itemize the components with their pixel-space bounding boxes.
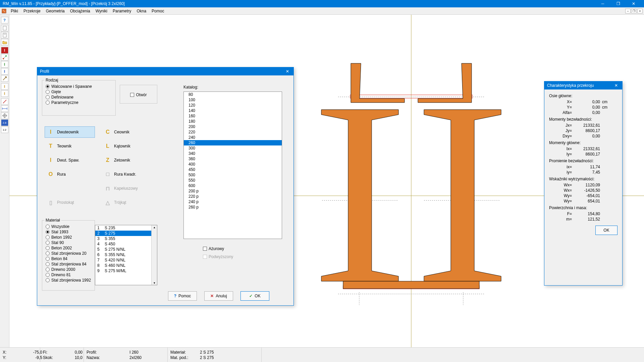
- shape-ktownik[interactable]: LKątownik: [102, 140, 152, 152]
- material-item[interactable]: 2S 275: [95, 231, 157, 236]
- menu-geometria[interactable]: Geometria: [43, 8, 67, 14]
- tool-arrow[interactable]: [1, 75, 8, 82]
- material-option[interactable]: Beton 84: [46, 256, 91, 261]
- mdi-restore-button[interactable]: ❐: [631, 9, 637, 13]
- shape-rurakwadr[interactable]: □Rura Kwadr.: [102, 169, 152, 180]
- material-item[interactable]: 6S 355 N/NL: [95, 252, 157, 257]
- mdi-minimize-button[interactable]: –: [625, 9, 631, 13]
- ok-button[interactable]: ✓OK: [240, 291, 269, 301]
- material-listbox[interactable]: 1S 2352S 2753S 3554S 4505S 275 N/NL6S 35…: [95, 225, 157, 285]
- material-option[interactable]: Stal zbrojeniowa 1992: [46, 278, 91, 283]
- maximize-button[interactable]: ❐: [610, 0, 626, 7]
- material-item[interactable]: 7S 420 N/NL: [95, 257, 157, 263]
- tool-beam-gold[interactable]: I: [1, 83, 8, 90]
- material-item[interactable]: 4S 450: [95, 241, 157, 247]
- material-option[interactable]: Stal 90: [46, 240, 91, 245]
- katalog-item[interactable]: 600: [184, 183, 282, 188]
- tool-beam-green[interactable]: I: [1, 61, 8, 68]
- scroll-up-icon[interactable]: ▴: [154, 226, 155, 229]
- scroll-down-icon[interactable]: ▾: [154, 281, 155, 285]
- katalog-item[interactable]: 100: [184, 97, 282, 103]
- katalog-item[interactable]: 240: [184, 135, 282, 140]
- material-option[interactable]: Stal zbrojeniowa 20: [46, 251, 91, 256]
- minimize-button[interactable]: ─: [595, 0, 610, 7]
- char-ok-button[interactable]: OK: [595, 226, 618, 235]
- material-option[interactable]: Stal zbrojeniowa 84: [46, 261, 91, 267]
- katalog-item[interactable]: 220 p: [184, 194, 282, 199]
- tool-beam-blue[interactable]: I: [1, 68, 8, 75]
- katalog-item[interactable]: 400: [184, 162, 282, 167]
- menu-wyniki[interactable]: Wyniki: [93, 8, 110, 14]
- katalog-listbox[interactable]: 8010012014016018020022024026030034036040…: [183, 92, 282, 239]
- shape-dwuteownik[interactable]: IDwuteownik: [45, 126, 95, 138]
- menu-parametry[interactable]: Parametry: [110, 8, 134, 14]
- tool-page[interactable]: [1, 32, 8, 39]
- material-item[interactable]: 1S 235: [95, 225, 157, 231]
- menu-okna[interactable]: Okna: [134, 8, 149, 14]
- menu-przekroje[interactable]: Przekroje: [21, 8, 43, 14]
- katalog-item[interactable]: 300: [184, 145, 282, 151]
- tool-beam-gold2[interactable]: I: [1, 90, 8, 97]
- menu-obciazenia[interactable]: Obciążenia: [67, 8, 93, 14]
- katalog-item[interactable]: 450: [184, 167, 282, 172]
- menu-pomoc[interactable]: Pomoc: [149, 8, 167, 14]
- tool-nodes[interactable]: [1, 54, 8, 61]
- shape-rura[interactable]: ORura: [45, 169, 95, 180]
- shape-dwutspaw[interactable]: IDwut. Spaw.: [45, 155, 95, 166]
- tool-num[interactable]: 2.8: [1, 119, 8, 126]
- profile-dialog-titlebar[interactable]: Profil ✕: [37, 67, 293, 75]
- shape-ceownik[interactable]: CCeownik: [102, 126, 152, 138]
- katalog-item[interactable]: 260: [184, 140, 282, 145]
- shape-teownik[interactable]: TTeownik: [45, 140, 95, 152]
- katalog-item[interactable]: 160: [184, 113, 282, 119]
- tool-new[interactable]: [1, 25, 8, 32]
- material-item[interactable]: 8S 460 N/NL: [95, 263, 157, 268]
- tool-target[interactable]: [1, 112, 8, 119]
- tool-open[interactable]: [1, 39, 8, 46]
- material-item[interactable]: 5S 275 N/NL: [95, 247, 157, 252]
- tool-scale[interactable]: 1:2: [1, 126, 8, 133]
- rodzaj-option[interactable]: Definiowane: [46, 95, 112, 100]
- katalog-item[interactable]: 340: [184, 151, 282, 156]
- status-skok-label: Skok:: [43, 355, 60, 360]
- material-option[interactable]: Wszystkie: [46, 224, 91, 229]
- characteristic-dialog-titlebar[interactable]: Charakterystyka przekroju ✕: [544, 81, 622, 89]
- material-option[interactable]: Beton 1992: [46, 235, 91, 240]
- katalog-item[interactable]: 220: [184, 129, 282, 135]
- tool-section-red[interactable]: I: [1, 47, 8, 54]
- material-option[interactable]: Drewno 2000: [46, 267, 91, 272]
- close-button[interactable]: ✕: [626, 0, 641, 7]
- material-item[interactable]: 3S 355: [95, 236, 157, 241]
- scrollbar[interactable]: ▴▾: [151, 225, 157, 285]
- material-option[interactable]: Drewno 81: [46, 272, 91, 278]
- katalog-item[interactable]: 180: [184, 119, 282, 124]
- material-option[interactable]: Stal 1993: [46, 229, 91, 235]
- pomoc-button[interactable]: ?Pomoc: [168, 291, 197, 301]
- katalog-item[interactable]: 240 p: [184, 199, 282, 204]
- menu-pliki[interactable]: Pliki: [8, 8, 21, 14]
- katalog-item[interactable]: 80: [184, 92, 282, 97]
- mdi-close-button[interactable]: ×: [637, 9, 643, 13]
- azurowy-checkbox[interactable]: Ażurowy: [203, 246, 224, 251]
- shape-zetownik[interactable]: ZZetownik: [102, 155, 152, 166]
- characteristic-dialog-close-button[interactable]: ✕: [613, 83, 620, 88]
- katalog-item[interactable]: 140: [184, 108, 282, 113]
- tool-help[interactable]: ?: [1, 17, 8, 23]
- anuluj-button[interactable]: ✕Anuluj: [204, 291, 233, 301]
- katalog-item[interactable]: 360: [184, 156, 282, 162]
- katalog-item[interactable]: 550: [184, 178, 282, 183]
- rodzaj-option[interactable]: Walcowane i Spawane: [46, 84, 112, 89]
- rodzaj-option[interactable]: Parametryczne: [46, 100, 112, 105]
- tool-dim-h[interactable]: [1, 105, 8, 112]
- material-item[interactable]: 9S 275 M/ML: [95, 268, 157, 274]
- katalog-item[interactable]: 200 p: [184, 188, 282, 194]
- katalog-item[interactable]: 260 p: [184, 204, 282, 210]
- profile-dialog-close-button[interactable]: ✕: [284, 69, 291, 74]
- material-option[interactable]: Beton 2002: [46, 245, 91, 251]
- katalog-item[interactable]: 500: [184, 172, 282, 178]
- katalog-item[interactable]: 120: [184, 103, 282, 108]
- otwor-checkbox[interactable]: Otwór: [130, 93, 147, 97]
- tool-measure[interactable]: [1, 98, 8, 105]
- rodzaj-option[interactable]: Gięte: [46, 89, 112, 95]
- katalog-item[interactable]: 200: [184, 124, 282, 129]
